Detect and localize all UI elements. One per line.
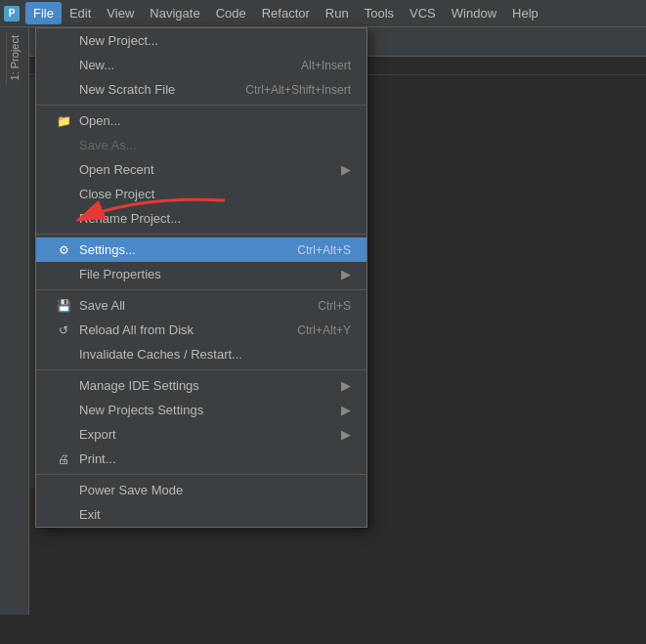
menu-print[interactable]: 🖨 Print... <box>36 447 366 471</box>
file-menu-dropdown: New Project... New... Alt+Insert New Scr… <box>35 27 367 528</box>
separator-4 <box>36 369 366 370</box>
open-recent-arrow: ▶ <box>341 162 351 177</box>
menu-file[interactable]: File <box>25 2 62 24</box>
menu-reload-all[interactable]: ↺ Reload All from Disk Ctrl+Alt+Y <box>36 318 366 342</box>
menu-save-as: Save As... <box>36 133 366 157</box>
menu-vcs[interactable]: VCS <box>402 2 444 24</box>
menu-help[interactable]: Help <box>504 2 546 24</box>
separator-1 <box>36 105 366 106</box>
menu-refactor[interactable]: Refactor <box>254 2 318 24</box>
menu-rename-project[interactable]: Rename Project... <box>36 206 366 231</box>
menu-view[interactable]: View <box>99 2 142 24</box>
menu-file-properties[interactable]: File Properties ▶ <box>36 262 366 286</box>
menu-code[interactable]: Code <box>208 2 254 24</box>
menu-save-all[interactable]: 💾 Save All Ctrl+S <box>36 293 366 318</box>
menu-new-projects-settings[interactable]: New Projects Settings ▶ <box>36 398 366 422</box>
menu-run[interactable]: Run <box>318 2 357 24</box>
print-icon: 🖨 <box>56 452 71 466</box>
separator-5 <box>36 474 366 475</box>
menu-edit[interactable]: Edit <box>62 2 99 24</box>
settings-menu-icon: ⚙ <box>56 243 71 257</box>
save-all-icon: 💾 <box>56 299 71 313</box>
project-sidebar: 1: Project <box>0 27 29 615</box>
menu-manage-ide[interactable]: Manage IDE Settings ▶ <box>36 373 366 398</box>
manage-ide-arrow: ▶ <box>341 378 351 393</box>
menu-open-recent[interactable]: Open Recent ▶ <box>36 157 366 182</box>
reload-icon: ↺ <box>56 323 71 337</box>
separator-3 <box>36 289 366 290</box>
menu-close-project[interactable]: Close Project <box>36 182 366 206</box>
new-projects-arrow: ▶ <box>341 403 351 417</box>
separator-2 <box>36 234 366 235</box>
menu-window[interactable]: Window <box>444 2 504 24</box>
menu-navigate[interactable]: Navigate <box>142 2 207 24</box>
export-arrow: ▶ <box>341 427 351 442</box>
project-panel-label[interactable]: 1: Project <box>6 31 22 84</box>
menu-new-scratch[interactable]: New Scratch File Ctrl+Alt+Shift+Insert <box>36 77 366 102</box>
menu-open[interactable]: 📁 Open... <box>36 108 366 133</box>
menu-new[interactable]: New... Alt+Insert <box>36 53 366 77</box>
menu-bar: P File Edit View Navigate Code Refactor … <box>0 0 646 27</box>
menu-new-project[interactable]: New Project... <box>36 28 366 53</box>
folder-icon: 📁 <box>56 114 71 128</box>
menu-invalidate-caches[interactable]: Invalidate Caches / Restart... <box>36 342 366 366</box>
menu-export[interactable]: Export ▶ <box>36 422 366 447</box>
menu-power-save[interactable]: Power Save Mode <box>36 478 366 502</box>
menu-tools[interactable]: Tools <box>357 2 402 24</box>
menu-exit[interactable]: Exit <box>36 502 366 527</box>
app-icon: P <box>4 6 20 21</box>
file-properties-arrow: ▶ <box>341 267 351 281</box>
menu-settings[interactable]: ⚙ Settings... Ctrl+Alt+S <box>36 237 366 262</box>
